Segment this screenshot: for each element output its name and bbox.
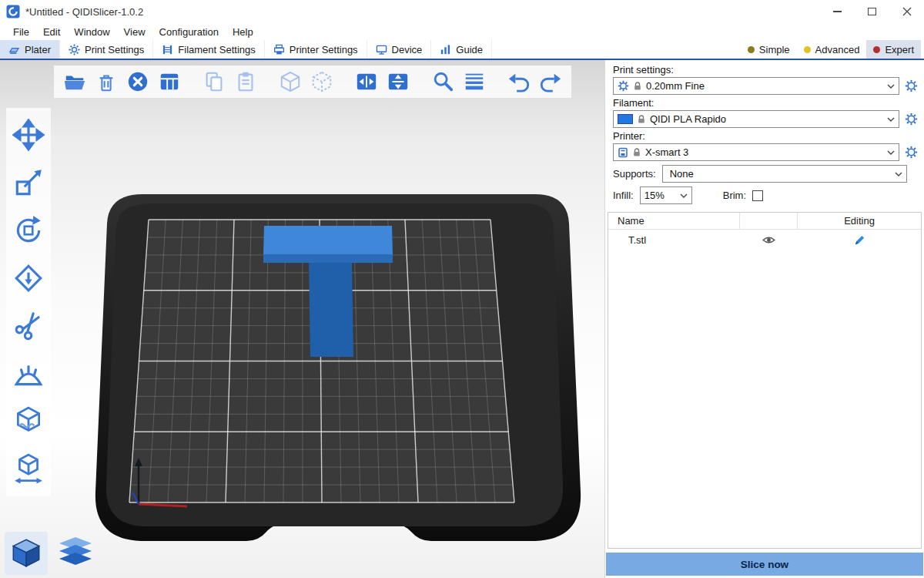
layers-view-icon[interactable] <box>54 532 97 575</box>
supports-value: None <box>667 168 694 180</box>
3d-view-icon[interactable] <box>5 532 48 575</box>
copy-icon[interactable] <box>201 69 227 95</box>
maximize-button[interactable] <box>855 0 889 23</box>
object-list: Name Editing T.stl <box>608 212 922 549</box>
top-toolbar <box>54 66 571 98</box>
variable-layer-height-icon[interactable] <box>461 69 487 95</box>
cut-icon[interactable] <box>11 308 46 344</box>
rotate-icon[interactable] <box>11 213 46 248</box>
print-profile-gear-icon <box>618 80 629 92</box>
title-bar: *Untitled - QIDISlicer-1.0.2 <box>0 0 924 23</box>
object-name: T.stl <box>608 234 740 246</box>
tab-print-settings[interactable]: Print Settings <box>60 40 153 59</box>
supports-select[interactable]: None <box>662 165 907 183</box>
print-settings-label: Print settings: <box>613 64 918 76</box>
split-parts-icon[interactable] <box>385 69 411 95</box>
place-on-face-icon[interactable] <box>11 260 46 296</box>
tab-label: Device <box>392 44 423 55</box>
tab-label: Print Settings <box>85 44 144 55</box>
table-row[interactable]: T.stl <box>608 230 921 250</box>
simple-mode-dot-icon <box>748 46 755 53</box>
move-icon[interactable] <box>11 117 46 153</box>
view-toggle-bar <box>5 532 97 575</box>
measure-icon[interactable] <box>11 452 46 487</box>
menu-edit[interactable]: Edit <box>36 26 67 38</box>
column-header-editing: Editing <box>798 213 921 229</box>
delete-all-icon[interactable] <box>125 69 151 95</box>
paint-supports-icon[interactable] <box>11 356 46 391</box>
remove-instance-icon[interactable] <box>309 69 335 95</box>
close-icon <box>902 7 912 16</box>
brim-label: Brim: <box>723 190 746 201</box>
undo-icon[interactable] <box>506 69 532 95</box>
tab-plater[interactable]: Plater <box>0 40 60 59</box>
search-icon[interactable] <box>430 69 456 95</box>
tab-bar: Plater Print Settings <box>0 40 924 60</box>
tab-label: Filament Settings <box>178 44 255 55</box>
printer-gear-button[interactable] <box>904 146 918 160</box>
gizmo-toolbar <box>6 108 51 496</box>
app-window: *Untitled - QIDISlicer-1.0.2 File Edit W… <box>0 0 924 578</box>
add-instance-icon[interactable] <box>277 69 303 95</box>
mode-simple[interactable]: Simple <box>741 40 797 59</box>
delete-icon[interactable] <box>93 69 119 95</box>
redo-icon[interactable] <box>537 69 564 95</box>
minimize-button[interactable] <box>820 0 855 23</box>
column-header-visibility <box>740 213 798 229</box>
menu-view[interactable]: View <box>117 26 152 38</box>
filament-label: Filament: <box>613 97 918 109</box>
mode-label: Simple <box>759 44 790 55</box>
plater-icon <box>8 44 20 55</box>
infill-select[interactable]: 15% <box>640 187 692 204</box>
tab-device[interactable]: Device <box>367 40 432 59</box>
print-settings-select[interactable]: 0.20mm Fine <box>613 77 899 95</box>
tab-guide[interactable]: Guide <box>431 40 492 59</box>
viewport-3d-scene[interactable] <box>0 60 604 578</box>
tab-label: Guide <box>456 44 483 55</box>
supports-label: Supports: <box>613 168 656 180</box>
arrange-icon[interactable] <box>156 69 182 95</box>
brim-checkbox[interactable] <box>752 190 763 201</box>
filament-select[interactable]: QIDI PLA Rapido <box>613 110 899 128</box>
lock-icon <box>632 148 641 157</box>
tab-label: Printer Settings <box>290 44 358 55</box>
mode-advanced[interactable]: Advanced <box>797 40 867 59</box>
slice-now-button[interactable]: Slice now <box>606 553 923 576</box>
print-settings-value: 0.20mm Fine <box>646 80 705 92</box>
print-settings-tab-icon <box>69 44 80 55</box>
chevron-down-icon <box>887 150 895 155</box>
lock-icon <box>633 82 642 91</box>
seam-icon[interactable] <box>11 404 46 439</box>
lock-icon <box>637 115 646 124</box>
viewport-3d <box>0 60 604 578</box>
split-objects-icon[interactable] <box>353 69 380 95</box>
menu-window[interactable]: Window <box>67 26 116 38</box>
menu-configuration[interactable]: Configuration <box>152 26 226 38</box>
paste-icon[interactable] <box>233 69 259 95</box>
guide-tab-icon <box>440 44 451 55</box>
mode-expert[interactable]: Expert <box>866 40 921 59</box>
open-icon[interactable] <box>62 69 88 95</box>
printer-label: Printer: <box>613 130 918 142</box>
scale-icon[interactable] <box>11 165 46 200</box>
chevron-down-icon <box>887 84 895 89</box>
filament-gear-button[interactable] <box>904 113 918 126</box>
chevron-down-icon <box>887 117 895 122</box>
filament-color-swatch <box>618 114 633 124</box>
filament-settings-tab-icon <box>162 44 173 55</box>
column-header-name: Name <box>608 213 740 229</box>
printer-select[interactable]: X-smart 3 <box>613 143 899 161</box>
menu-file[interactable]: File <box>6 26 36 38</box>
object-list-header: Name Editing <box>608 213 921 230</box>
editing-icon[interactable] <box>854 234 865 246</box>
menu-help[interactable]: Help <box>226 26 260 38</box>
menu-bar: File Edit Window View Configuration Help <box>0 23 924 40</box>
tab-filament-settings[interactable]: Filament Settings <box>153 40 264 59</box>
printer-icon <box>618 147 628 158</box>
mode-switcher: Simple Advanced Expert <box>741 40 924 59</box>
print-settings-gear-button[interactable] <box>904 79 918 93</box>
tab-printer-settings[interactable]: Printer Settings <box>265 40 367 59</box>
close-button[interactable] <box>889 0 924 23</box>
maximize-icon <box>868 8 876 15</box>
visibility-eye-icon[interactable] <box>762 235 775 245</box>
